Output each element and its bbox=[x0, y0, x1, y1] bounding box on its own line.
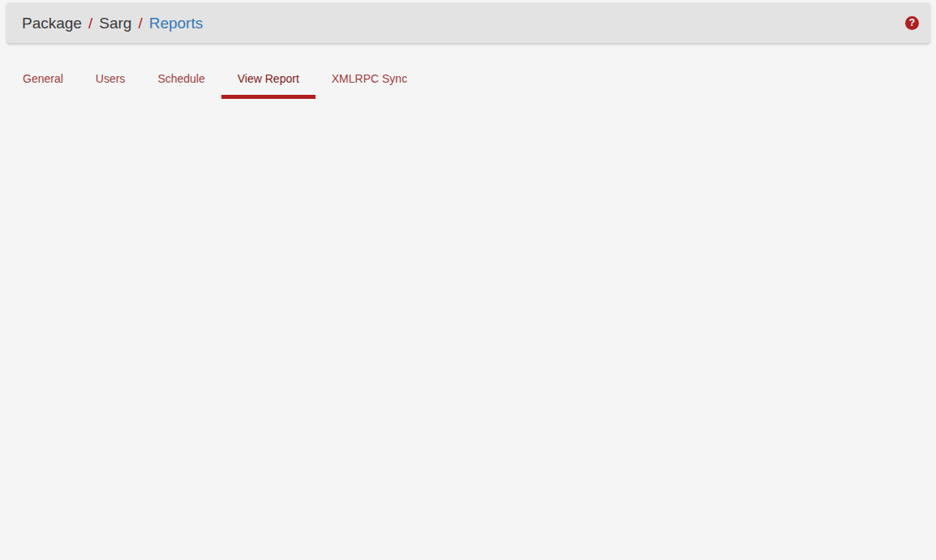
question-glyph: ? bbox=[909, 18, 915, 28]
tab-label: View Report bbox=[221, 62, 316, 99]
breadcrumb-bar: Package/Sarg/Reports ? bbox=[6, 2, 930, 43]
tab-users[interactable]: Users bbox=[79, 62, 142, 99]
breadcrumb-separator: / bbox=[88, 15, 92, 31]
content-area bbox=[0, 99, 936, 553]
tab-xmlrpc-sync[interactable]: XMLRPC Sync bbox=[316, 62, 423, 99]
tab-label: Schedule bbox=[141, 62, 221, 99]
tab-bar: GeneralUsersScheduleView ReportXMLRPC Sy… bbox=[6, 62, 936, 99]
breadcrumb-item-reports[interactable]: Reports bbox=[149, 15, 204, 31]
breadcrumb-separator: / bbox=[138, 15, 142, 31]
breadcrumb-item-sarg: Sarg bbox=[99, 15, 131, 31]
tab-view-report[interactable]: View Report bbox=[221, 62, 316, 99]
question-circle-icon[interactable]: ? bbox=[905, 16, 919, 30]
tab-general[interactable]: General bbox=[6, 62, 79, 99]
breadcrumb-item-package: Package bbox=[22, 15, 82, 31]
tab-label: XMLRPC Sync bbox=[316, 62, 423, 99]
tab-label: Users bbox=[79, 62, 142, 99]
tab-label: General bbox=[6, 62, 79, 99]
breadcrumb: Package/Sarg/Reports bbox=[22, 15, 905, 31]
tab-schedule[interactable]: Schedule bbox=[141, 62, 221, 99]
